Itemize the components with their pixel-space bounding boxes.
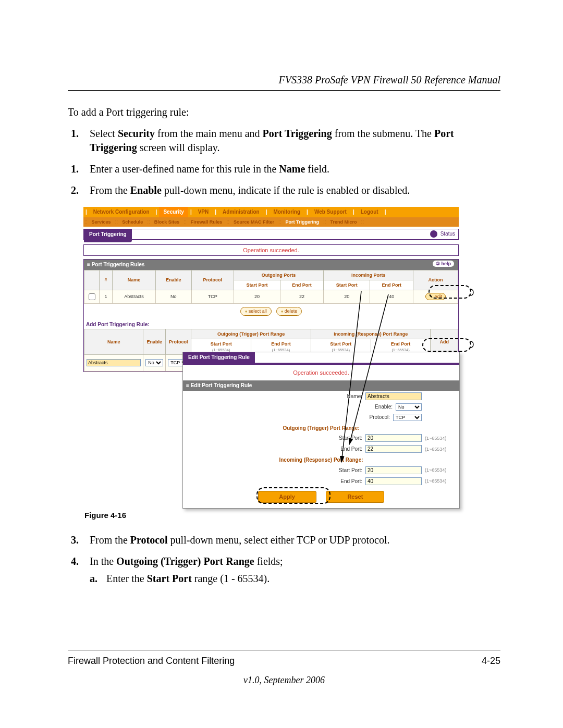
menu-admin[interactable]: Administration <box>218 207 264 217</box>
delete-button[interactable]: delete <box>276 307 302 316</box>
table-buttons: select all delete <box>84 304 458 319</box>
popup-row-in-end: End Port: (1~65534) <box>183 476 459 487</box>
step-marker: 1. <box>68 162 90 176</box>
lbl: End Port: <box>340 478 362 485</box>
screenshot: | Network Configuration| Security| VPN| … <box>83 207 480 504</box>
t: From the <box>90 534 130 546</box>
popup-outgoing-group: Outgoing (Trigger) Port Range: <box>183 423 459 433</box>
submenu-services[interactable]: Services <box>89 217 114 227</box>
popup-row-protocol: Protocol: TCP <box>183 412 459 423</box>
apply-button[interactable]: Apply <box>258 491 316 503</box>
popup-name-input[interactable] <box>365 392 422 400</box>
substeps: a. Enter the Start Port range (1 - 65534… <box>90 572 500 586</box>
col-enable: Enable <box>155 270 191 290</box>
lbl: Protocol: <box>370 414 390 421</box>
help-link[interactable]: ② help <box>433 261 454 267</box>
t: In the <box>90 556 116 567</box>
t: field. <box>305 163 329 175</box>
row-checkbox[interactable] <box>89 293 95 300</box>
add-enable-select[interactable]: No <box>145 359 163 366</box>
menu-monitoring[interactable]: Monitoring <box>269 207 304 217</box>
t: fields; <box>254 556 283 567</box>
cell-out-start: 20 <box>234 290 280 303</box>
popup-out-end-input[interactable] <box>365 445 422 453</box>
hint: (1~65534) <box>425 467 454 473</box>
panel-title: ≡ Port Triggering Rules ② help <box>84 260 458 270</box>
popup-row-name: Name: <box>183 391 459 402</box>
tab-label: Port Triggering <box>84 229 132 242</box>
popup-enable-select[interactable]: No <box>396 403 422 411</box>
hint: (1~65534) <box>425 478 454 484</box>
hint: (1~65534) <box>425 435 454 441</box>
cell-in-end: 40 <box>370 290 413 303</box>
lbl: Enable: <box>375 403 393 411</box>
selectall-button[interactable]: select all <box>240 307 272 316</box>
hint: (1~65534) <box>425 446 454 452</box>
addcol-out: Outgoing (Trigger) Port Range <box>191 329 311 339</box>
menu-security[interactable]: Security <box>159 207 188 217</box>
edit-button[interactable]: edit <box>425 293 446 300</box>
step-body: Select Security from the main menu and P… <box>90 127 500 155</box>
status-link[interactable]: Status <box>430 230 455 238</box>
menu-websupport[interactable]: Web Support <box>310 207 351 217</box>
submenu-macfilter[interactable]: Source MAC Filter <box>230 217 277 227</box>
t: Port Triggering Rules <box>92 262 145 267</box>
step-body: From the Protocol pull-down menu, select… <box>90 533 500 547</box>
edit-popup: Edit Port Triggering Rule Operation succ… <box>182 352 460 509</box>
popup-row-in-start: Start Port: (1~65534) <box>183 465 459 476</box>
t: Enter the <box>106 573 147 584</box>
col-out-end: End Port <box>280 280 324 290</box>
lbl: Start Port: <box>339 435 362 442</box>
cell-num: 1 <box>100 290 113 303</box>
footer-right: 4-25 <box>482 656 500 667</box>
popup-row-out-start: Start Port: (1~65534) <box>183 433 459 443</box>
substep-body: Enter the Start Port range (1 - 65534). <box>106 572 270 586</box>
status-message: Operation succeeded. <box>83 244 459 256</box>
submenu-trend[interactable]: Trend Micro <box>327 217 360 227</box>
col-out-start: Start Port <box>234 280 280 290</box>
t: help <box>441 261 451 266</box>
t: Outgoing (Trigger) Port Range <box>116 556 254 567</box>
sub-menu: :: Services:: Schedule:: Block Sites:: F… <box>83 217 459 227</box>
cell-out-end: 22 <box>280 290 324 303</box>
reset-button[interactable]: Reset <box>326 491 384 503</box>
step-body: From the Enable pull-down menu, indicate… <box>90 183 500 198</box>
addcol-name: Name <box>84 329 143 354</box>
menu-network[interactable]: Network Configuration <box>89 207 154 217</box>
addcol-protocol: Protocol <box>166 329 191 354</box>
substep-marker: a. <box>90 572 106 586</box>
menu-vpn[interactable]: VPN <box>194 207 213 217</box>
col-in-end: End Port <box>370 280 413 290</box>
popup-out-start-input[interactable] <box>365 434 422 442</box>
cell-enable: No <box>155 290 191 303</box>
popup-message: Operation succeeded. <box>183 364 459 381</box>
footer-version: v1.0, September 2006 <box>68 675 500 686</box>
addcol-in: Incoming (Response) Port Range <box>311 329 431 339</box>
popup-buttons: Apply Reset <box>183 487 459 508</box>
step-marker: 4. <box>68 554 90 589</box>
submenu-schedule[interactable]: Schedule <box>119 217 146 227</box>
header-rule <box>68 90 500 91</box>
submenu-blocksites[interactable]: Block Sites <box>151 217 183 227</box>
t: Security <box>118 128 155 139</box>
table-row: 1 Abstracts No TCP 20 22 20 40 edit <box>84 290 458 303</box>
addcol-enable: Enable <box>143 329 166 354</box>
popup-protocol-select[interactable]: TCP <box>393 414 422 421</box>
popup-in-start-input[interactable] <box>365 466 422 474</box>
t: Start Port <box>147 573 192 584</box>
submenu-firewall[interactable]: Firewall Rules <box>188 217 226 227</box>
menu-logout[interactable]: Logout <box>357 207 383 217</box>
cell-name: Abstracts <box>113 290 156 303</box>
submenu-porttrig[interactable]: Port Triggering <box>283 217 323 227</box>
add-name-input[interactable] <box>87 359 141 366</box>
t: Select <box>90 128 118 139</box>
col-action: Action <box>413 270 458 290</box>
t: from the main menu and <box>155 128 263 139</box>
popup-row-out-end: End Port: (1~65534) <box>183 443 459 454</box>
add-section-title: Add Port Triggering Rule: <box>84 319 458 329</box>
col-protocol: Protocol <box>191 270 234 290</box>
col-name: Name <box>113 270 156 290</box>
step-marker: 2. <box>68 183 90 198</box>
page-header: FVS338 ProSafe VPN Firewall 50 Reference… <box>68 73 500 87</box>
popup-in-end-input[interactable] <box>365 477 422 485</box>
